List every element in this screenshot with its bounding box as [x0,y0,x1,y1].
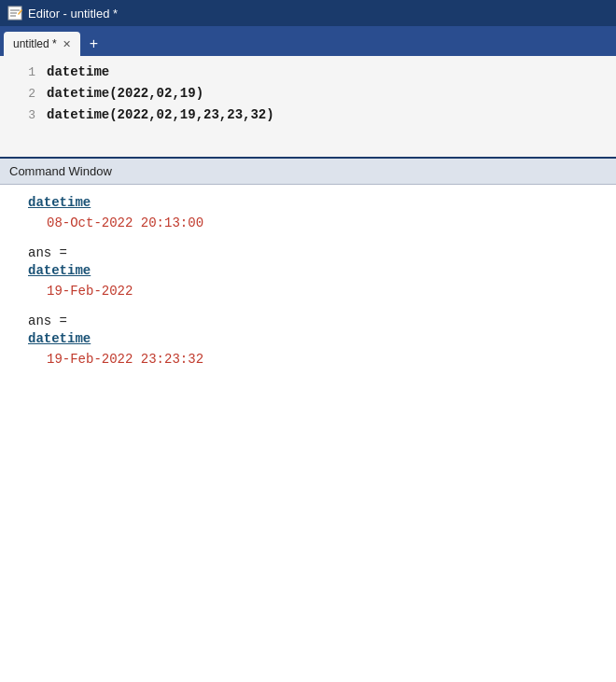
editor-line-2: 2 datetime(2022,02,19) [0,83,616,104]
line-number-2: 2 [0,85,47,104]
cmd-block-1: datetime 08-Oct-2022 20:13:00 [28,194,588,230]
line-number-3: 3 [0,106,47,126]
editor-area: 1 datetime 2 datetime(2022,02,19) 3 date… [0,56,616,159]
editor-icon [7,6,22,21]
line-content-1[interactable]: datetime [47,62,109,82]
cmd-ans-3: ans = [28,313,588,328]
editor-line-1: 1 datetime [0,62,616,83]
cmd-block-3: ans = datetime 19-Feb-2022 23:23:32 [28,313,588,367]
tab-close-icon[interactable]: ✕ [63,38,71,50]
cmd-block-2: ans = datetime 19-Feb-2022 [28,245,588,299]
command-window-label: Command Window [0,159,616,185]
cmd-output-3: 19-Feb-2022 23:23:32 [47,352,588,367]
line-content-2[interactable]: datetime(2022,02,19) [47,83,203,104]
cmd-output-1: 08-Oct-2022 20:13:00 [47,216,588,230]
title-bar: Editor - untitled * [0,0,616,26]
cmd-link-1[interactable]: datetime [28,195,91,210]
tab-bar: untitled * ✕ + [0,26,616,56]
tab-untitled[interactable]: untitled * ✕ [4,32,80,56]
line-number-1: 1 [0,63,47,83]
line-content-3[interactable]: datetime(2022,02,19,23,23,32) [47,104,274,125]
cmd-link-2[interactable]: datetime [28,263,91,278]
cmd-link-3[interactable]: datetime [28,331,91,346]
cmd-output-2: 19-Feb-2022 [47,284,588,299]
new-tab-button[interactable]: + [82,32,105,56]
command-area[interactable]: datetime 08-Oct-2022 20:13:00 ans = date… [0,185,616,682]
editor-line-3: 3 datetime(2022,02,19,23,23,32) [0,104,616,126]
title-bar-text: Editor - untitled * [28,7,118,21]
tab-label: untitled * [13,37,57,50]
cmd-ans-2: ans = [28,245,588,260]
